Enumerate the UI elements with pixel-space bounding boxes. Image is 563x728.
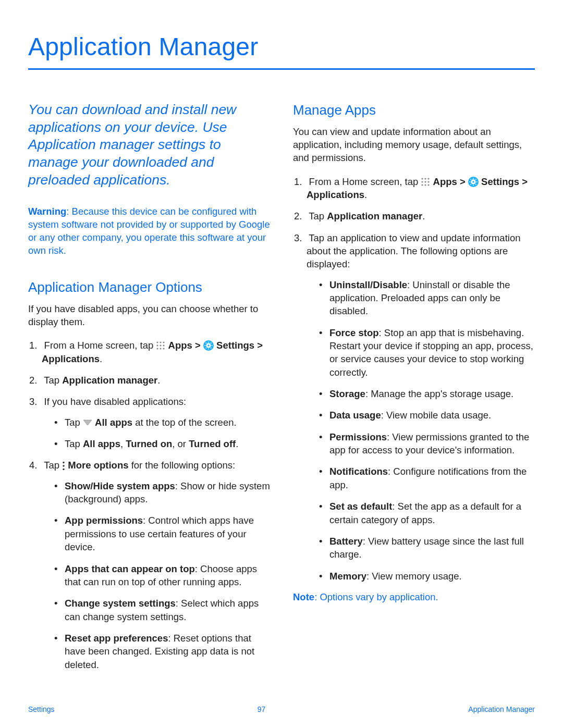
bullet: Battery: View battery usage since the la… [319, 535, 535, 561]
bullet: Tap All apps, Turned on, or Turned off. [54, 437, 270, 450]
bullet: Reset app preferences: Reset options tha… [54, 632, 270, 671]
note-label: Note [293, 591, 314, 602]
svg-point-5 [163, 345, 165, 347]
opt-b: App permissions [65, 515, 143, 526]
more-options-label: More options [68, 460, 128, 471]
bullet: Show/Hide system apps: Show or hide syst… [54, 479, 270, 506]
opt-b: Storage [329, 388, 365, 399]
text: Tap [65, 438, 83, 449]
turned-off-label: Turned off [189, 438, 236, 449]
options-paragraph: If you have disabled apps, you can choos… [28, 302, 270, 329]
opt-b: Memory [329, 571, 366, 582]
settings-gear-icon [468, 177, 479, 187]
step-2: Tap Application manager. [29, 374, 270, 387]
settings-gear-icon [203, 340, 214, 351]
step-text: If you have disabled applications: [44, 396, 187, 407]
svg-point-19 [63, 461, 65, 463]
period: . [236, 438, 238, 449]
svg-point-28 [422, 184, 423, 186]
bullet: Apps that can appear on top: Choose apps… [54, 562, 270, 589]
svg-point-3 [157, 345, 158, 347]
bullet: Tap All apps at the top of the screen. [54, 416, 270, 429]
applications-label: Applications [42, 353, 100, 364]
page-footer: Settings 97 Application Manager [28, 705, 535, 713]
svg-point-4 [160, 345, 162, 347]
applications-label: Applications [307, 189, 364, 200]
svg-point-24 [428, 178, 430, 179]
svg-point-29 [425, 184, 426, 186]
opt-b: Show/Hide system apps [65, 480, 175, 491]
section-heading-options: Application Manager Options [28, 278, 270, 297]
bullet: Uninstall/Disable: Uninstall or disable … [319, 278, 535, 318]
svg-line-16 [211, 343, 211, 343]
opt-b: Reset app preferences [65, 633, 168, 644]
tail: at the top of the screen. [132, 417, 237, 428]
step-3: Tap an application to view and update in… [294, 231, 535, 583]
turned-on-label: Turned on [126, 438, 172, 449]
or: , or [172, 438, 189, 449]
note: Note: Options vary by application. [293, 591, 535, 604]
svg-line-39 [471, 184, 471, 184]
svg-point-8 [163, 348, 165, 350]
step-1: From a Home screen, tap Apps > Settings … [294, 175, 535, 202]
settings-label: Settings [481, 176, 519, 187]
svg-point-6 [157, 348, 158, 350]
opt-b: Data usage [329, 410, 381, 421]
svg-point-2 [163, 342, 165, 343]
bullet: Force stop: Stop an app that is misbehav… [319, 326, 535, 379]
step-4-bullets: Show/Hide system apps: Show or hide syst… [54, 479, 270, 671]
svg-line-14 [206, 343, 206, 343]
svg-point-23 [425, 178, 426, 179]
left-column: You can download and install new applica… [28, 101, 270, 680]
tail: for the following options: [129, 460, 236, 471]
period: . [422, 211, 425, 221]
sep2: > [519, 176, 528, 187]
svg-line-15 [211, 348, 211, 349]
svg-line-38 [475, 179, 476, 179]
svg-point-7 [160, 348, 162, 350]
step-text: Tap [44, 375, 62, 386]
opt-t: : View mobile data usage. [381, 410, 492, 421]
svg-point-26 [425, 181, 426, 182]
bullet: Storage: Manage the app's storage usage. [319, 387, 535, 400]
step-3: If you have disabled applications: Tap A… [29, 395, 270, 450]
svg-point-25 [422, 181, 423, 182]
bullet: Permissions: View permissions granted to… [319, 430, 535, 457]
footer-left: Settings [28, 705, 55, 713]
opt-b: Battery [329, 536, 363, 547]
apps-label: Apps [168, 340, 192, 351]
sep: > [457, 176, 468, 187]
opt-t: : View memory usage. [366, 571, 462, 582]
svg-point-21 [63, 468, 65, 470]
step-2: Tap Application manager. [294, 209, 535, 223]
apps-grid-icon [156, 341, 165, 350]
am-label: Application manager [327, 211, 422, 221]
all-apps-label: All apps [83, 438, 120, 449]
sep: > [192, 340, 203, 351]
note-text: : Options vary by application. [314, 591, 438, 602]
apps-grid-icon [421, 177, 430, 187]
opt-b: Permissions [329, 431, 387, 442]
title-rule [28, 68, 535, 70]
svg-marker-18 [83, 420, 92, 425]
bullet: Memory: View memory usage. [319, 570, 535, 583]
step-1: From a Home screen, tap Apps > Settings … [29, 339, 270, 365]
opt-b: Set as default [329, 501, 392, 512]
step-4: Tap More options for the following optio… [29, 459, 270, 671]
svg-line-37 [475, 184, 476, 184]
bullet: App permissions: Control which apps have… [54, 514, 270, 553]
text: From a Home screen, tap [309, 176, 421, 187]
dropdown-triangle-icon [83, 419, 92, 426]
bullet: Change system settings: Select which app… [54, 597, 270, 623]
manage-paragraph: You can view and update information abou… [293, 125, 535, 165]
svg-line-17 [206, 348, 206, 349]
am-label: Application manager [62, 375, 157, 386]
comma: , [120, 438, 126, 449]
footer-page-number: 97 [258, 705, 266, 713]
bullet: Data usage: View mobile data usage. [319, 409, 535, 422]
svg-point-27 [428, 181, 430, 182]
all-apps-label: All apps [95, 417, 132, 428]
detail-bullets: Uninstall/Disable: Uninstall or disable … [319, 278, 535, 583]
period: . [157, 375, 160, 386]
text: Tap [65, 417, 83, 428]
